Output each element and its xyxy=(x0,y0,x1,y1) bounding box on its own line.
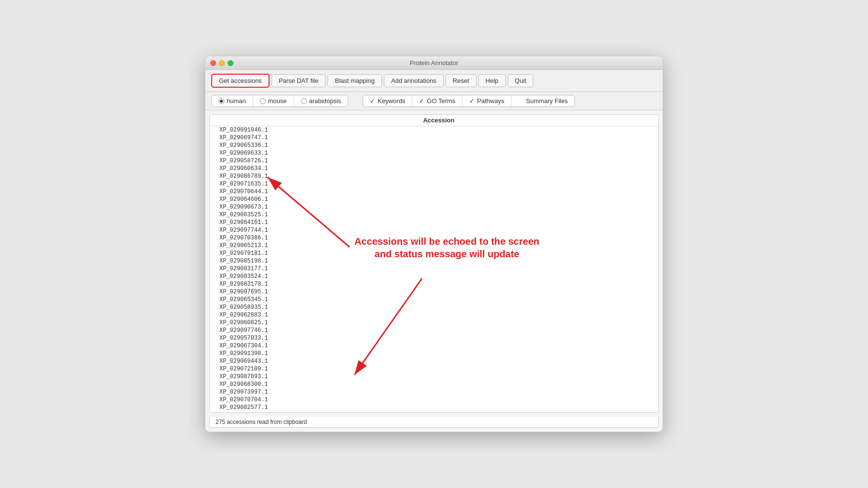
table-row: XP_029090673.1 xyxy=(210,203,658,211)
radio-label-arabidopsis: arabidopsis xyxy=(309,97,341,105)
table-row: XP_029087893.1 xyxy=(210,373,658,381)
table-row: XP_029083524.1 xyxy=(210,273,658,280)
table-row: XP_029065345.1 xyxy=(210,296,658,303)
checkbox-label-go-terms: GO Terms xyxy=(427,97,455,105)
table-row: XP_029060825.1 xyxy=(210,319,658,327)
table-row: XP_029065336.1 xyxy=(210,142,658,149)
table-row: XP_029097695.1 xyxy=(210,288,658,296)
table-row: XP_029069443.1 xyxy=(210,357,658,365)
get-accessions-button[interactable]: Get accessions xyxy=(211,74,270,88)
accession-table: Accession XP_029091046.1XP_029069747.1XP… xyxy=(210,115,658,413)
output-checkbox-group: ✓ Keywords ✓ GO Terms ✓ Pathways ✓ Summa… xyxy=(363,95,575,107)
table-row: XP_029064419.1 xyxy=(210,411,658,413)
blast-mapping-button[interactable]: Blast mapping xyxy=(327,74,381,87)
table-row: XP_029086789.1 xyxy=(210,172,658,180)
accession-column-header: Accession xyxy=(210,115,658,126)
checkbox-label-pathways: Pathways xyxy=(477,97,504,105)
checkbox-pathways[interactable]: ✓ Pathways xyxy=(462,95,511,106)
radio-arabidopsis[interactable]: arabidopsis xyxy=(294,95,348,106)
check-pathways-icon: ✓ xyxy=(469,97,475,105)
window-title: Protein Annotator xyxy=(410,59,458,66)
table-row: XP_029064161.1 xyxy=(210,219,658,226)
toolbar: Get accessions Parse DAT file Blast mapp… xyxy=(205,70,663,92)
table-row: XP_029067304.1 xyxy=(210,342,658,350)
table-row: XP_029057033.1 xyxy=(210,334,658,342)
table-row: XP_029071635.1 xyxy=(210,180,658,188)
radio-mouse[interactable]: mouse xyxy=(253,95,294,106)
check-goterms-icon: ✓ xyxy=(419,97,424,105)
table-row: XP_029097746.1 xyxy=(210,327,658,334)
organism-radio-group: human mouse arabidopsis xyxy=(211,95,348,107)
table-row: XP_029091046.1 xyxy=(210,126,658,134)
checkbox-summary-files[interactable]: ✓ Summary Files xyxy=(512,95,575,106)
table-row: XP_029069633.1 xyxy=(210,149,658,157)
table-row: XP_029058726.1 xyxy=(210,157,658,165)
add-annotations-button[interactable]: Add annotations xyxy=(384,74,444,87)
table-row: XP_029072109.1 xyxy=(210,365,658,373)
options-bar: human mouse arabidopsis ✓ Keywords ✓ GO … xyxy=(205,92,663,110)
table-row: XP_029069747.1 xyxy=(210,134,658,142)
reset-button[interactable]: Reset xyxy=(446,74,476,87)
radio-dot-arabidopsis xyxy=(301,98,307,104)
table-row: XP_029079181.1 xyxy=(210,250,658,257)
minimize-button[interactable] xyxy=(219,60,225,66)
table-row: XP_029083178.1 xyxy=(210,280,658,288)
radio-dot-mouse xyxy=(260,98,266,104)
table-row: XP_029070644.1 xyxy=(210,188,658,196)
checkbox-keywords[interactable]: ✓ Keywords xyxy=(363,95,412,106)
table-row: XP_029070704.1 xyxy=(210,396,658,404)
maximize-button[interactable] xyxy=(228,60,233,66)
table-row: XP_029091390.1 xyxy=(210,350,658,357)
content-wrapper: Accession XP_029091046.1XP_029069747.1XP… xyxy=(205,114,663,428)
table-row: XP_029060634.1 xyxy=(210,165,658,172)
status-message: 275 accessions read from clipboard xyxy=(216,419,307,425)
accession-rows: XP_029091046.1XP_029069747.1XP_029065336… xyxy=(210,126,658,413)
table-row: XP_029083177.1 xyxy=(210,265,658,273)
close-button[interactable] xyxy=(210,60,216,66)
title-bar: Protein Annotator xyxy=(205,56,663,70)
main-window: Protein Annotator Get accessions Parse D… xyxy=(205,56,663,432)
table-row: XP_029073997.1 xyxy=(210,388,658,396)
table-row: XP_029082577.1 xyxy=(210,404,658,411)
table-row: XP_029062883.1 xyxy=(210,311,658,319)
check-keywords-icon: ✓ xyxy=(370,97,375,105)
help-button[interactable]: Help xyxy=(478,74,506,87)
table-row: XP_029085198.1 xyxy=(210,257,658,265)
radio-human[interactable]: human xyxy=(212,95,253,106)
table-row: XP_029068300.1 xyxy=(210,381,658,388)
radio-label-mouse: mouse xyxy=(268,97,287,105)
radio-dot-human xyxy=(218,98,224,104)
table-row: XP_029065213.1 xyxy=(210,242,658,250)
checkbox-label-keywords: Keywords xyxy=(378,97,405,105)
accession-list-area[interactable]: Accession XP_029091046.1XP_029069747.1XP… xyxy=(209,114,659,413)
quit-button[interactable]: Quit xyxy=(508,74,534,87)
checkbox-label-summary-files: Summary Files xyxy=(526,97,568,105)
table-row: XP_029063525.1 xyxy=(210,211,658,219)
table-row: XP_029064606.1 xyxy=(210,196,658,203)
parse-dat-button[interactable]: Parse DAT file xyxy=(271,74,326,87)
table-row: XP_029070386.1 xyxy=(210,234,658,242)
table-row: XP_029097744.1 xyxy=(210,226,658,234)
checkbox-go-terms[interactable]: ✓ GO Terms xyxy=(412,95,462,106)
status-bar: 275 accessions read from clipboard xyxy=(209,417,659,428)
traffic-lights xyxy=(210,60,233,66)
radio-label-human: human xyxy=(227,97,246,105)
table-row: XP_029058935.1 xyxy=(210,303,658,311)
